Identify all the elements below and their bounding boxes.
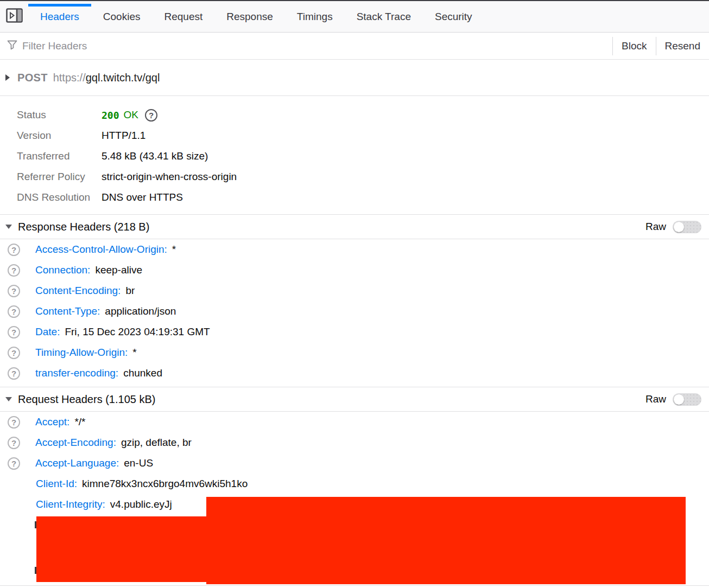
request-method: POST: [17, 72, 48, 84]
raw-label: Raw: [645, 393, 666, 405]
header-name: Access-Control-Allow-Origin:: [35, 244, 167, 255]
summary-label: Transferred: [0, 150, 102, 162]
summary-row-version: Version HTTP/1.1: [0, 125, 709, 146]
header-name: Connection:: [35, 264, 90, 276]
summary-label: DNS Resolution: [0, 191, 102, 203]
toolbar-actions: Block Resend: [612, 33, 709, 59]
triangle-right-icon: [5, 74, 10, 81]
header-value: application/json: [105, 305, 176, 317]
question-circle-icon[interactable]: ?: [8, 437, 20, 449]
tab-response[interactable]: Response: [214, 1, 285, 32]
header-value: v4.public.eyJj: [110, 498, 172, 510]
question-circle-icon[interactable]: ?: [8, 305, 20, 318]
header-value: *: [172, 244, 176, 255]
question-circle-icon[interactable]: ?: [8, 416, 20, 429]
status-value: 200 OK ?: [102, 109, 157, 122]
header-value: gzip, deflate, br: [121, 437, 192, 449]
question-circle-icon[interactable]: ?: [8, 244, 20, 256]
header-name: Date:: [35, 326, 60, 338]
summary-value: HTTP/1.1: [102, 130, 145, 142]
header-name: Content-Encoding:: [35, 285, 121, 297]
summary-value: DNS over HTTPS: [102, 191, 183, 203]
header-row: ? Accept-Language: en-US: [0, 453, 709, 474]
question-circle-icon[interactable]: ?: [145, 109, 157, 122]
tab-label: Response: [226, 11, 273, 23]
header-value: en-US: [124, 457, 153, 469]
tab-label: Timings: [297, 11, 333, 23]
header-value: Fri, 15 Dec 2023 04:19:31 GMT: [65, 326, 210, 338]
header-value: keep-alive: [95, 264, 142, 276]
tab-cookies[interactable]: Cookies: [91, 1, 153, 32]
header-row: ? Connection: keep-alive: [0, 260, 709, 280]
question-circle-icon[interactable]: ?: [8, 457, 20, 470]
panel-toggle-icon: [6, 8, 23, 25]
header-name: transfer-encoding:: [35, 367, 118, 379]
block-button[interactable]: Block: [613, 33, 655, 59]
panel-toggle-button[interactable]: [0, 1, 28, 32]
funnel-icon: [7, 39, 18, 53]
triangle-down-icon: [5, 397, 12, 401]
header-row: ? Timing-Allow-Origin: *: [0, 342, 709, 363]
section-title: Request Headers (1.105 kB): [18, 393, 155, 406]
response-headers-list: ? Access-Control-Allow-Origin: * ? Conne…: [0, 239, 709, 384]
redaction-box: [206, 497, 686, 584]
request-headers-section-header[interactable]: Request Headers (1.105 kB) Raw: [0, 387, 709, 412]
obscured-text-fragment: [35, 521, 36, 528]
header-row: ? Date: Fri, 15 Dec 2023 04:19:31 GMT: [0, 322, 709, 342]
tab-label: Headers: [40, 11, 79, 23]
header-value: kimne78kx3ncx6brgo4mv6wki5h1ko: [82, 478, 248, 490]
toggle-knob: [674, 394, 684, 405]
header-name: Accept-Encoding:: [35, 437, 116, 449]
filter-headers-field: [0, 39, 612, 53]
detail-tabbar: Headers Cookies Request Response Timings…: [0, 1, 709, 33]
question-circle-icon[interactable]: ?: [8, 264, 20, 277]
header-row: ? Access-Control-Allow-Origin: *: [0, 239, 709, 260]
filter-headers-input[interactable]: [22, 40, 250, 52]
request-url: https://gql.twitch.tv/gql: [53, 72, 160, 84]
obscured-text-fragment: [35, 567, 36, 574]
summary-value: strict-origin-when-cross-origin: [102, 171, 237, 183]
network-details-panel: Headers Cookies Request Response Timings…: [0, 0, 709, 588]
tab-headers[interactable]: Headers: [28, 1, 91, 32]
request-summary-row[interactable]: POST https://gql.twitch.tv/gql: [0, 60, 709, 96]
question-circle-icon[interactable]: ?: [8, 347, 20, 359]
tab-stack-trace[interactable]: Stack Trace: [345, 1, 423, 32]
tab-security[interactable]: Security: [423, 1, 484, 32]
question-circle-icon[interactable]: ?: [8, 367, 20, 380]
header-name: Content-Type:: [35, 305, 100, 317]
question-circle-icon[interactable]: ?: [8, 326, 20, 338]
raw-toggle[interactable]: [673, 393, 701, 406]
header-name: Accept:: [35, 416, 69, 428]
resend-button[interactable]: Resend: [656, 33, 709, 59]
triangle-down-icon: [5, 225, 12, 229]
redaction-box: [36, 516, 248, 582]
raw-toggle-group: Raw: [645, 221, 701, 233]
question-circle-icon[interactable]: ?: [8, 285, 20, 297]
tab-request[interactable]: Request: [152, 1, 214, 32]
summary-label: Version: [0, 130, 102, 142]
raw-label: Raw: [645, 221, 666, 233]
summary-row-status: Status 200 OK ?: [0, 105, 709, 125]
raw-toggle-group: Raw: [645, 393, 701, 406]
header-value: br: [125, 285, 135, 297]
section-title: Response Headers (218 B): [18, 221, 149, 233]
summary-label: Referrer Policy: [0, 171, 102, 183]
header-row: ? Accept: */*: [0, 412, 709, 432]
tab-timings[interactable]: Timings: [285, 1, 345, 32]
raw-toggle[interactable]: [673, 221, 701, 233]
header-row: Client-Id: kimne78kx3ncx6brgo4mv6wki5h1k…: [0, 474, 709, 494]
header-value: *: [132, 347, 136, 359]
url-scheme: https://: [53, 72, 86, 84]
response-headers-section-header[interactable]: Response Headers (218 B) Raw: [0, 214, 709, 239]
summary-label: Status: [0, 109, 102, 121]
tab-label: Request: [164, 11, 202, 23]
summary-value: 5.48 kB (43.41 kB size): [102, 150, 208, 162]
url-host-path: gql.twitch.tv/gql: [86, 72, 160, 84]
status-text: OK: [124, 109, 138, 121]
summary-row-dns-resolution: DNS Resolution DNS over HTTPS: [0, 187, 709, 208]
toggle-knob: [674, 222, 684, 232]
header-value: */*: [74, 416, 85, 428]
header-row: ? Content-Type: application/json: [0, 301, 709, 322]
summary-row-referrer-policy: Referrer Policy strict-origin-when-cross…: [0, 167, 709, 187]
header-row: ? Accept-Encoding: gzip, deflate, br: [0, 432, 709, 453]
